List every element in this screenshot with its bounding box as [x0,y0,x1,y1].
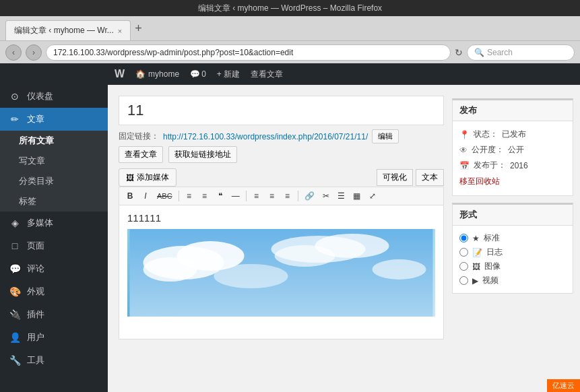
sidebar-subitem-write-post[interactable]: 写文章 [0,151,108,171]
browser-title-bar: 编辑文章 ‹ myhome — WordPress – Mozilla Fire… [0,0,580,16]
format-radio-standard[interactable] [459,234,468,242]
admin-bar-new[interactable]: + 新建 [217,69,240,80]
sidebar-item-posts[interactable]: ✏ 文章 [0,108,108,131]
toolbar-unlink[interactable]: ✂ [319,190,333,202]
svg-point-8 [373,259,426,280]
publish-panel: 发布 📍 状态： 已发布 👁 公开度： 公开 � [452,98,573,196]
sidebar-item-appearance[interactable]: 🎨 外观 [0,280,108,303]
format-label-standard: 标准 [484,232,500,244]
comments-icon: 💬 [190,69,200,79]
format-radio-image[interactable] [459,262,468,271]
format-log[interactable]: 📝 日志 [459,245,566,259]
format-label-image: 图像 [484,261,501,272]
format-panel: 形式 ★ 标准 📝 日志 [452,203,573,294]
publish-date-row: 📅 发布于： 2016 [459,158,566,173]
site-name: myhome [148,69,179,79]
sidebar-item-tools[interactable]: 🔧 工具 [0,349,108,372]
svg-point-7 [214,264,288,288]
toolbar-table[interactable]: ▦ [350,190,364,202]
media-toolbar: 🖼 添加媒体 可视化 文本 [119,168,444,187]
sidebar-label-users: 用户 [27,331,44,344]
sidebar: ⊙ 仪表盘 ✏ 文章 所有文章 写文章 分类目录 标签 ◈ 多媒体 [0,63,108,392]
editor-image [127,229,435,317]
toolbar-separator-1 [179,191,179,201]
toolbar-ol[interactable]: ≡ [198,190,212,202]
visibility-value: 公开 [508,144,524,156]
posts-icon: ✏ [8,114,22,125]
editor-body[interactable]: 111111 [119,205,444,339]
forward-button[interactable]: › [26,44,42,61]
format-icon-image: 🖼 [472,262,480,271]
permalink-edit-button[interactable]: 编辑 [372,129,399,143]
add-media-button[interactable]: 🖼 添加媒体 [119,168,176,187]
toolbar-fullscreen[interactable]: ⤢ [366,190,379,202]
posts-submenu: 所有文章 写文章 分类目录 标签 [0,131,108,211]
toolbar-hr[interactable]: — [229,190,243,202]
reload-button[interactable]: ↻ [455,47,463,58]
permalink-actions: 查看文章 获取短链接地址 [119,143,444,163]
sidebar-item-pages[interactable]: □ 页面 [0,234,108,257]
toolbar-separator-3 [298,191,298,201]
search-placeholder: Search [487,48,513,57]
format-panel-body: ★ 标准 📝 日志 🖼 图像 [453,226,573,293]
sidebar-item-media[interactable]: ◈ 多媒体 [0,211,108,234]
active-tab[interactable]: 编辑文章 ‹ myhome — Wr... × [5,20,131,40]
format-image[interactable]: 🖼 图像 [459,259,566,273]
admin-bar-comments[interactable]: 💬 0 [190,69,206,79]
sidebar-item-dashboard[interactable]: ⊙ 仪表盘 [0,85,108,108]
sidebar-subitem-tags[interactable]: 标签 [0,191,108,211]
format-video[interactable]: ▶ 视频 [459,273,566,288]
sidebar-subitem-all-posts[interactable]: 所有文章 [0,131,108,151]
toolbar-link[interactable]: 🔗 [302,190,317,202]
pages-icon: □ [8,240,22,251]
admin-bar-home[interactable]: 🏠 myhome [135,69,179,79]
toolbar-strikethrough[interactable]: ABC [154,191,175,201]
tab-text[interactable]: 文本 [416,169,444,186]
format-radio-video[interactable] [459,276,468,285]
short-link-button[interactable]: 获取短链接地址 [168,146,237,163]
toolbar-align-left[interactable]: ≡ [250,190,263,202]
permalink-label: 固定链接： [119,131,159,142]
tab-close-button[interactable]: × [118,27,122,35]
toolbar-separator-2 [246,191,247,201]
browser-search-box[interactable]: 🔍 Search [467,44,575,61]
back-button[interactable]: ‹ [5,44,22,61]
toolbar-more[interactable]: ☰ [335,190,348,202]
format-radio-log[interactable] [459,248,468,257]
toolbar-ul[interactable]: ≡ [183,190,196,202]
toolbar-align-center[interactable]: ≡ [265,190,279,202]
sidebar-item-plugins[interactable]: 🔌 插件 [0,303,108,326]
view-post-button[interactable]: 查看文章 [119,146,163,163]
all-posts-label: 所有文章 [19,135,54,147]
categories-label: 分类目录 [19,175,54,187]
tools-icon: 🔧 [8,355,22,366]
sidebar-label-appearance: 外观 [27,286,44,298]
new-tab-button[interactable]: + [131,19,146,38]
sidebar-item-users[interactable]: 👤 用户 [0,326,108,349]
post-title-input[interactable] [119,96,444,125]
visibility-row: 👁 公开度： 公开 [459,142,566,158]
comment-count: 0 [201,69,206,79]
toolbar-bold[interactable]: B [123,190,137,202]
tab-visual[interactable]: 可视化 [377,169,413,186]
sidebar-label-dashboard: 仪表盘 [27,90,53,102]
format-icon-video: ▶ [472,276,478,286]
status-label: 状态： [474,129,498,140]
admin-bar-view[interactable]: 查看文章 [251,69,283,80]
sidebar-label-media: 多媒体 [27,217,53,229]
sidebar-subitem-categories[interactable]: 分类目录 [0,171,108,191]
url-input[interactable] [46,44,451,61]
tags-label: 标签 [19,195,36,207]
plugins-icon: 🔌 [8,309,22,320]
toolbar-align-right[interactable]: ≡ [281,190,294,202]
trash-link[interactable]: 移至回收站 [459,173,566,190]
toolbar-italic[interactable]: I [139,190,152,202]
sky-svg [127,229,435,317]
permalink-url: http://172.16.100.33/wordpress/index.php… [163,132,368,141]
sidebar-item-comments[interactable]: 💬 评论 [0,257,108,280]
toolbar-blockquote[interactable]: ❝ [214,190,227,202]
format-standard[interactable]: ★ 标准 [459,231,566,245]
editor-area: 固定链接： http://172.16.100.33/wordpress/ind… [119,92,444,392]
publish-date-value: 2016 [510,161,528,170]
svg-point-6 [275,245,335,267]
